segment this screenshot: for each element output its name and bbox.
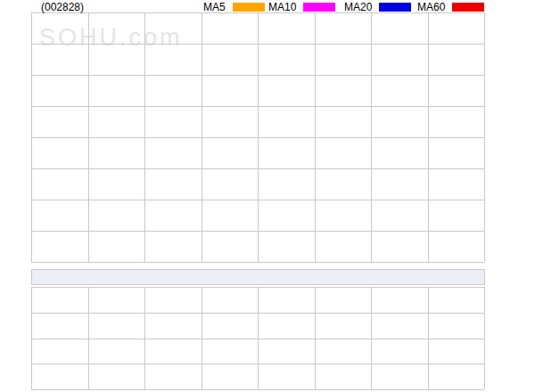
legend-label-ma20: MA20 [344,1,372,13]
ma20-color-swatch [379,3,411,12]
legend-item-ma5: MA5 [203,1,265,13]
legend-item-ma10: MA10 [268,1,335,13]
date-band [31,269,484,284]
ma10-color-swatch [303,3,335,12]
kline-volume-plot [0,0,535,392]
legend-label-ma10: MA10 [268,1,296,13]
legend-item-ma60: MA60 [417,1,484,13]
stock-chart-root: (002828) SOHU.com MA5 MA10 MA20 MA60 [0,0,535,392]
grid [31,12,485,390]
legend-label-ma5: MA5 [203,1,226,13]
ma5-color-swatch [233,3,265,12]
legend-label-ma60: MA60 [417,1,445,13]
ma-legend: MA5 MA10 MA20 MA60 [0,0,535,14]
ma60-color-swatch [452,3,484,12]
legend-item-ma20: MA20 [344,1,411,13]
